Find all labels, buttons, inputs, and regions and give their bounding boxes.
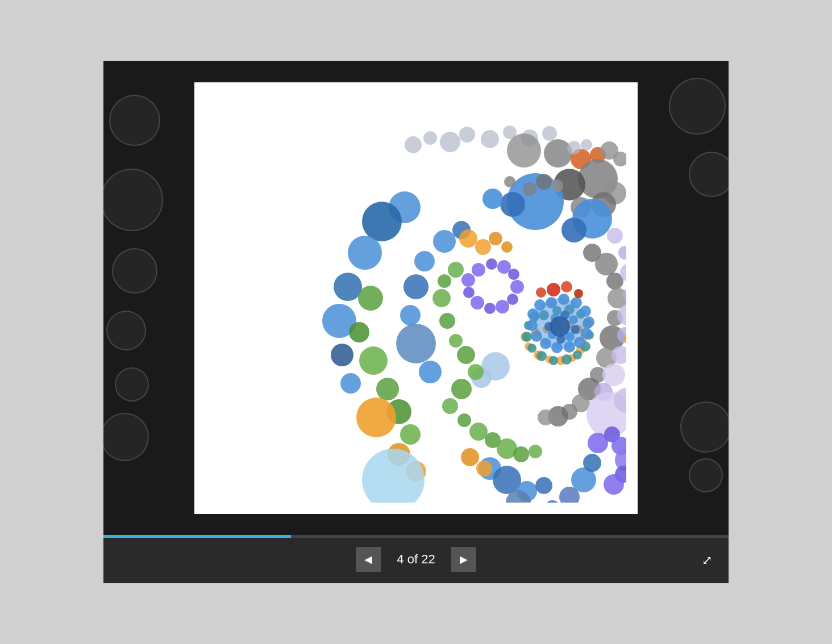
next-button[interactable]: ▶ [451, 547, 476, 572]
prev-button[interactable]: ◀ [356, 547, 381, 572]
svg-point-171 [583, 454, 601, 472]
nav-controls: ◀ 4 of 22 ▶ [356, 547, 476, 572]
deco-circle [689, 152, 729, 197]
svg-point-37 [356, 398, 396, 437]
deco-circle [669, 78, 726, 135]
svg-point-31 [358, 286, 383, 311]
svg-point-10 [567, 141, 581, 154]
svg-point-93 [547, 283, 560, 296]
svg-point-111 [403, 274, 429, 299]
svg-point-6 [507, 133, 541, 168]
svg-point-125 [442, 398, 458, 414]
svg-point-92 [550, 316, 570, 337]
svg-point-11 [581, 139, 592, 150]
deco-circle [680, 402, 729, 453]
deco-circle [689, 458, 723, 492]
svg-point-29 [331, 344, 353, 366]
right-decoration [660, 61, 729, 535]
svg-point-130 [513, 446, 529, 462]
svg-point-63 [549, 356, 558, 365]
svg-point-122 [457, 346, 475, 364]
deco-circle [106, 311, 146, 350]
page-indicator: 4 of 22 [388, 552, 444, 567]
svg-point-108 [433, 230, 456, 253]
svg-point-5 [542, 126, 557, 141]
svg-point-62 [561, 354, 572, 365]
deco-circle [112, 248, 157, 294]
svg-point-103 [496, 300, 509, 313]
svg-point-21 [482, 189, 503, 209]
svg-point-107 [461, 273, 475, 287]
fullscreen-button[interactable]: ⤢ [697, 550, 717, 571]
left-decoration [103, 61, 172, 535]
svg-point-161 [501, 241, 513, 253]
slide-frame [194, 82, 638, 514]
svg-point-0 [440, 132, 460, 152]
svg-point-173 [461, 448, 479, 466]
svg-point-95 [574, 289, 583, 298]
svg-point-1 [459, 127, 475, 143]
svg-point-96 [536, 287, 546, 298]
svg-point-34 [376, 378, 399, 400]
svg-point-25 [362, 202, 402, 241]
svg-point-102 [507, 294, 518, 305]
svg-point-146 [618, 246, 626, 260]
svg-point-112 [400, 305, 421, 325]
deco-circle [103, 413, 149, 461]
viewer-container: ◀ 4 of 22 ▶ ⤢ [103, 61, 729, 583]
svg-point-177 [504, 176, 515, 187]
svg-point-40 [362, 449, 425, 503]
svg-point-145 [607, 228, 623, 244]
deco-circle [103, 169, 163, 231]
svg-point-144 [538, 409, 554, 425]
svg-point-106 [463, 287, 475, 298]
svg-point-131 [529, 445, 542, 458]
deco-circle [115, 367, 149, 402]
svg-point-117 [448, 262, 464, 278]
svg-point-121 [449, 334, 463, 348]
svg-point-133 [595, 253, 618, 275]
svg-point-86 [569, 315, 578, 324]
svg-point-98 [486, 258, 497, 270]
slide-area [103, 61, 729, 535]
svg-point-61 [573, 350, 582, 359]
svg-point-174 [523, 182, 536, 196]
svg-point-165 [535, 477, 552, 494]
svg-point-30 [340, 373, 361, 394]
svg-point-64 [536, 351, 547, 361]
progress-bar-background [103, 535, 729, 538]
svg-point-158 [475, 239, 491, 255]
svg-point-101 [510, 280, 524, 294]
svg-point-114 [419, 361, 442, 383]
svg-point-22 [405, 136, 422, 153]
svg-point-7 [544, 139, 572, 168]
svg-point-176 [551, 179, 563, 192]
svg-point-20 [500, 192, 525, 217]
svg-point-33 [359, 346, 388, 375]
svg-point-175 [536, 174, 552, 190]
svg-point-160 [459, 229, 477, 248]
svg-point-97 [472, 263, 485, 277]
svg-point-100 [508, 269, 519, 280]
svg-point-23 [423, 131, 437, 145]
svg-point-66 [522, 332, 532, 342]
controls-bar: ◀ 4 of 22 ▶ ⤢ [103, 535, 729, 583]
svg-point-119 [432, 289, 451, 307]
svg-point-168 [544, 500, 560, 503]
svg-point-118 [438, 274, 451, 288]
svg-point-110 [414, 251, 435, 271]
svg-point-87 [571, 325, 580, 334]
svg-point-2 [481, 130, 499, 148]
svg-point-152 [602, 363, 625, 386]
svg-point-126 [457, 413, 471, 427]
svg-point-36 [400, 424, 421, 445]
svg-point-123 [468, 364, 484, 380]
bubble-chart [206, 94, 626, 503]
svg-point-124 [451, 379, 472, 399]
svg-point-32 [349, 322, 369, 342]
svg-point-26 [348, 236, 382, 270]
svg-point-120 [439, 313, 455, 329]
progress-bar-fill [103, 535, 291, 538]
chart-svg [206, 94, 626, 503]
svg-point-127 [469, 423, 488, 441]
